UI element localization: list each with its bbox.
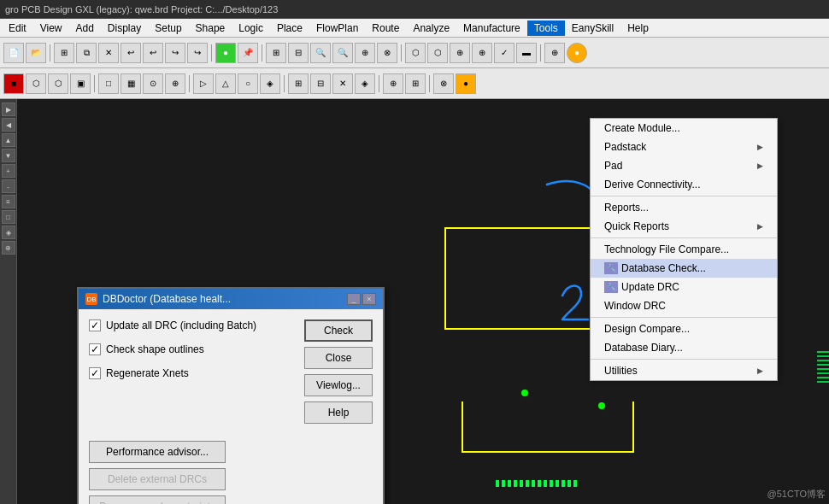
toolbar2-btn15[interactable]: ✕ bbox=[332, 73, 353, 94]
toolbar-zoom-out[interactable]: 🔍 bbox=[332, 43, 353, 63]
toolbar2-btn6[interactable]: ▦ bbox=[121, 73, 141, 94]
toolbar-grid[interactable]: ⊞ bbox=[54, 43, 74, 63]
toolbar-ratsnest[interactable]: ⊕ bbox=[450, 43, 470, 63]
toolbar-pin[interactable]: 📌 bbox=[238, 43, 258, 63]
toolbar2-btn19[interactable]: ⊗ bbox=[433, 73, 454, 94]
viewlog-button[interactable]: Viewlog... bbox=[304, 374, 373, 396]
toolbar2-btn3[interactable]: ⬡ bbox=[48, 73, 68, 94]
toolbar2-btn20[interactable]: ● bbox=[456, 73, 476, 94]
toolbar-new[interactable]: 📄 bbox=[3, 43, 24, 63]
menu-reports[interactable]: Reports... bbox=[591, 198, 777, 217]
menu-place[interactable]: Place bbox=[270, 21, 309, 36]
check-button[interactable]: Check bbox=[304, 319, 373, 342]
toolbar-redo[interactable]: ↪ bbox=[165, 43, 185, 63]
toolbar2-btn1[interactable]: ■ bbox=[3, 73, 24, 94]
toolbar-plane[interactable]: ⊕ bbox=[472, 43, 492, 63]
toolbar-highlight[interactable]: ● bbox=[215, 43, 236, 63]
checkbox-shape[interactable]: ✓ bbox=[89, 343, 101, 355]
menu-manufacture[interactable]: Manufacture bbox=[456, 21, 527, 36]
toolbar2-btn13[interactable]: ⊞ bbox=[288, 73, 309, 94]
toolbar-zoom-area[interactable]: ⊗ bbox=[377, 43, 397, 63]
sidebar-btn-1[interactable]: ▶ bbox=[2, 103, 15, 116]
toolbar-drc2[interactable]: ⬡ bbox=[427, 43, 448, 63]
menu-create-module[interactable]: Create Module... bbox=[591, 119, 777, 138]
menu-utilities[interactable]: Utilities bbox=[591, 361, 777, 380]
menu-design-compare[interactable]: Design Compare... bbox=[591, 319, 777, 338]
checkbox-xnets[interactable]: ✓ bbox=[89, 367, 101, 379]
dialog-close-btn[interactable]: × bbox=[362, 293, 376, 305]
toolbar2-btn9[interactable]: ▷ bbox=[193, 73, 214, 94]
menu-window-drc[interactable]: Window DRC bbox=[591, 296, 777, 315]
performance-advisor-button[interactable]: Performance advisor... bbox=[89, 441, 226, 463]
menu-update-drc[interactable]: 🔧 Update DRC bbox=[591, 278, 777, 296]
menu-analyze[interactable]: Analyze bbox=[406, 21, 456, 36]
toolbar2-btn8[interactable]: ⊕ bbox=[165, 73, 185, 94]
menu-database-check[interactable]: 🔧 Database Check... bbox=[591, 259, 777, 278]
sep-1 bbox=[591, 196, 777, 196]
toolbar2-btn5[interactable]: □ bbox=[98, 73, 119, 94]
sidebar-btn-7[interactable]: ≡ bbox=[2, 195, 15, 208]
checkbox-drc[interactable]: ✓ bbox=[89, 319, 101, 331]
toolbar-check[interactable]: ✓ bbox=[494, 43, 514, 63]
toolbar-undo[interactable]: ↩ bbox=[121, 43, 141, 63]
toolbar2-btn17[interactable]: ⊕ bbox=[383, 73, 403, 94]
sidebar-btn-3[interactable]: ▲ bbox=[2, 133, 15, 147]
canvas-area[interactable]: Create Module... Padstack Pad Derive Con… bbox=[17, 99, 829, 504]
toolbar-open[interactable]: 📂 bbox=[26, 43, 46, 63]
toolbar-sep-5 bbox=[540, 44, 541, 62]
toolbar-extra1[interactable]: ⊕ bbox=[544, 43, 565, 63]
toolbar-drc[interactable]: ⬡ bbox=[405, 43, 426, 63]
sidebar-btn-9[interactable]: ◈ bbox=[2, 226, 15, 239]
dialog-buttons: Check Close Viewlog... Help bbox=[304, 319, 373, 424]
toolbar-copy[interactable]: ⧉ bbox=[76, 43, 97, 63]
sidebar-btn-5[interactable]: + bbox=[2, 164, 15, 178]
menu-eanyskill[interactable]: EanySkill bbox=[565, 21, 620, 36]
menu-display[interactable]: Display bbox=[101, 21, 148, 36]
toolbar2-btn18[interactable]: ⊞ bbox=[405, 73, 426, 94]
menu-logic[interactable]: Logic bbox=[232, 21, 270, 36]
toolbar2-btn4[interactable]: ▣ bbox=[70, 73, 91, 94]
toolbar-bar[interactable]: ▬ bbox=[516, 43, 537, 63]
toolbar2-btn16[interactable]: ◈ bbox=[355, 73, 375, 94]
toolbar-delete[interactable]: ✕ bbox=[98, 43, 119, 63]
sidebar-btn-4[interactable]: ▼ bbox=[2, 149, 15, 162]
toolbar2-btn7[interactable]: ⊙ bbox=[143, 73, 163, 94]
menu-edit[interactable]: Edit bbox=[2, 21, 33, 36]
toolbar2-btn11[interactable]: ○ bbox=[238, 73, 258, 94]
toolbar-zoom-all[interactable]: ⊟ bbox=[288, 43, 309, 63]
toolbar2-btn12[interactable]: ◈ bbox=[260, 73, 280, 94]
toolbar-zoom-fit[interactable]: ⊞ bbox=[266, 43, 286, 63]
menu-tools[interactable]: Tools bbox=[527, 21, 565, 36]
dialog-minimize-btn[interactable]: _ bbox=[347, 293, 361, 305]
menu-view[interactable]: View bbox=[33, 21, 69, 36]
toolbar2-btn10[interactable]: △ bbox=[215, 73, 236, 94]
menu-route[interactable]: Route bbox=[365, 21, 406, 36]
menu-tech-file-compare[interactable]: Technology File Compare... bbox=[591, 240, 777, 259]
toolbar-sep-3 bbox=[262, 44, 262, 62]
menu-padstack[interactable]: Padstack bbox=[591, 138, 777, 156]
toolbar2-btn2[interactable]: ⬡ bbox=[26, 73, 46, 94]
toolbar2-btn14[interactable]: ⊟ bbox=[310, 73, 331, 94]
menu-help[interactable]: Help bbox=[620, 21, 656, 36]
close-button[interactable]: Close bbox=[304, 347, 373, 369]
menu-pad[interactable]: Pad bbox=[591, 156, 777, 175]
toolbar-redo2[interactable]: ↪ bbox=[187, 43, 208, 63]
toolbar-extra2[interactable]: ● bbox=[567, 43, 587, 63]
sidebar-btn-8[interactable]: □ bbox=[2, 210, 15, 224]
purge-unused-constraints-button[interactable]: Purge unused constraints bbox=[89, 495, 226, 504]
menu-flowplan[interactable]: FlowPlan bbox=[309, 21, 365, 36]
menu-quick-reports[interactable]: Quick Reports bbox=[591, 217, 777, 236]
delete-external-drcs-button[interactable]: Delete external DRCs bbox=[89, 468, 226, 490]
toolbar-zoom-point[interactable]: ⊕ bbox=[355, 43, 375, 63]
sidebar-btn-10[interactable]: ⊕ bbox=[2, 241, 15, 255]
sidebar-btn-2[interactable]: ◀ bbox=[2, 118, 15, 132]
toolbar-undo2[interactable]: ↩ bbox=[143, 43, 163, 63]
toolbar-zoom-in[interactable]: 🔍 bbox=[310, 43, 331, 63]
help-button[interactable]: Help bbox=[304, 401, 373, 424]
menu-shape[interactable]: Shape bbox=[189, 21, 232, 36]
menu-database-diary[interactable]: Database Diary... bbox=[591, 338, 777, 357]
menu-add[interactable]: Add bbox=[68, 21, 100, 36]
menu-setup[interactable]: Setup bbox=[148, 21, 188, 36]
menu-derive-connectivity[interactable]: Derive Connectivity... bbox=[591, 175, 777, 194]
sidebar-btn-6[interactable]: - bbox=[2, 179, 15, 193]
